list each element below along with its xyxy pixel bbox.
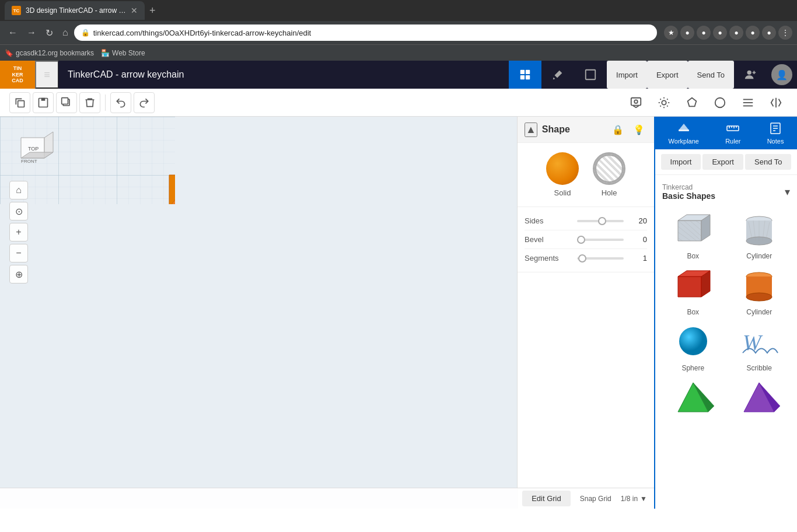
panel-import-button[interactable]: Import (661, 154, 701, 170)
shape-box-grey[interactable]: Box (662, 209, 724, 260)
tab-build[interactable] (541, 61, 574, 89)
tab-ruler[interactable]: Ruler (718, 117, 747, 149)
shape-cylinder-orange[interactable]: Cylinder (729, 265, 791, 316)
tab-notes[interactable]: Notes (760, 117, 791, 149)
hole-shape-option[interactable]: Hole (593, 152, 625, 197)
shape-scribble[interactable]: W Scribble (729, 321, 791, 372)
address-bar[interactable]: 🔒 tinkercad.com/things/0OaXHDrt6yi-tinke… (74, 24, 657, 41)
tab-3d-view[interactable] (509, 61, 541, 89)
sides-label: Sides (525, 216, 577, 225)
extension-icon-2[interactable]: ● (697, 26, 711, 40)
paste-button[interactable] (33, 92, 54, 113)
zoom-out-button[interactable]: − (9, 244, 28, 262)
shape-lock-icon[interactable]: 🔒 (610, 121, 626, 138)
back-button[interactable]: ← (5, 25, 21, 40)
redo-button[interactable] (134, 92, 155, 113)
send-to-button[interactable]: Send To (688, 61, 734, 89)
copy-button[interactable] (9, 92, 30, 113)
mirror-button[interactable] (764, 91, 788, 114)
tab-title: 3D design TinkerCAD - arrow ke... (26, 6, 126, 15)
annotation-button[interactable] (624, 91, 648, 114)
active-tab[interactable]: TC 3D design TinkerCAD - arrow ke... ✕ (5, 1, 145, 20)
snap-grid-control[interactable]: 1/8 in ▼ (621, 495, 647, 503)
shape-pyramid-green[interactable] (662, 377, 724, 420)
segments-slider-thumb[interactable] (578, 254, 586, 262)
svg-rect-2 (520, 75, 525, 79)
tab-close-button[interactable]: ✕ (131, 6, 138, 15)
forward-button[interactable]: → (23, 25, 40, 40)
tab-person-add[interactable] (734, 61, 767, 89)
export-button[interactable]: Export (647, 61, 688, 89)
zoom-in-button[interactable]: + (9, 223, 28, 242)
align-icon (742, 96, 754, 109)
notes-icon (768, 121, 782, 135)
extension-icon-4[interactable]: ● (729, 26, 743, 40)
circle-outline-icon (714, 96, 726, 109)
edit-grid-button[interactable]: Edit Grid (522, 491, 571, 506)
extension-icon-5[interactable]: ● (746, 26, 760, 40)
bookmark-1-icon: 🔖 (5, 49, 13, 57)
ruler-tab-label: Ruler (725, 138, 740, 145)
extension-icon-1[interactable]: ● (680, 26, 694, 40)
shape-box-red[interactable]: Box (662, 265, 724, 316)
tinkercad-logo[interactable]: TINKERCAD (0, 61, 35, 89)
undo-button[interactable] (110, 92, 131, 113)
new-tab-button[interactable]: + (149, 5, 156, 17)
panel-export-button[interactable]: Export (702, 154, 743, 170)
tab-workplane[interactable]: Workplane (662, 117, 706, 149)
svg-text:W: W (743, 330, 763, 355)
view-cube-svg: TOP FRONT (9, 126, 56, 173)
tab-box[interactable] (574, 61, 607, 89)
align-button[interactable] (736, 91, 760, 114)
solid-shape-option[interactable]: Solid (546, 152, 579, 197)
shape-sphere-blue-label: Sphere (681, 364, 704, 372)
fit-view-button[interactable]: ⊙ (9, 202, 28, 220)
bookmark-2[interactable]: 🏪 Web Store (101, 49, 145, 57)
svg-point-14 (715, 97, 725, 107)
menu-button[interactable]: ⋮ (778, 26, 792, 40)
logo-text: TINKERCAD (12, 65, 23, 84)
sides-slider-thumb[interactable] (598, 217, 606, 225)
toolbar-separator (105, 94, 106, 111)
shape-sphere-blue[interactable]: Sphere (662, 321, 724, 372)
panel-send-to-button[interactable]: Send To (745, 154, 791, 170)
sides-slider[interactable] (577, 220, 630, 222)
bookmarks-bar: 🔖 gcasdk12.org bookmarks 🏪 Web Store (0, 44, 797, 61)
user-avatar[interactable]: 👤 (771, 64, 792, 85)
shape-outline-button[interactable] (680, 91, 704, 114)
bevel-slider[interactable] (577, 239, 630, 241)
box-icon (584, 68, 597, 81)
hole-circle (593, 152, 625, 185)
category-name: Basic Shapes (662, 191, 715, 201)
category-dropdown-button[interactable]: ▾ (785, 186, 790, 198)
perspective-button[interactable]: ⊕ (9, 265, 28, 284)
bevel-slider-thumb[interactable] (577, 236, 585, 244)
reload-button[interactable]: ↻ (42, 25, 57, 41)
hole-label: Hole (602, 188, 617, 197)
delete-button[interactable] (79, 92, 100, 113)
import-button[interactable]: Import (607, 61, 647, 89)
home-view-button[interactable]: ⌂ (9, 181, 28, 200)
category-meta: Tinkercad Basic Shapes (662, 183, 715, 201)
segments-slider[interactable] (577, 257, 630, 260)
header-right: Import Export Send To 👤 (509, 61, 797, 89)
view-cube[interactable]: TOP FRONT (9, 126, 56, 173)
extension-icon-3[interactable]: ● (713, 26, 727, 40)
duplicate-button[interactable] (56, 92, 77, 113)
shape-light-icon[interactable]: 💡 (631, 121, 647, 138)
hamburger-menu-button[interactable]: ≡ (35, 61, 58, 89)
canvas-area[interactable]: % % TOP FRONT ⌂ ⊙ + − ⊕ (0, 117, 654, 509)
sides-slider-track (577, 220, 624, 222)
extension-icon-6[interactable]: ● (762, 26, 776, 40)
shape-cylinder-grey[interactable]: Cylinder (729, 209, 791, 260)
light-button[interactable] (652, 91, 676, 114)
bookmark-1[interactable]: 🔖 gcasdk12.org bookmarks (5, 49, 94, 57)
home-button[interactable]: ⌂ (59, 25, 72, 40)
nav-bar: ← → ↻ ⌂ 🔒 tinkercad.com/things/0OaXHDrt6… (0, 21, 797, 44)
shape-pyramid-purple[interactable] (729, 377, 791, 420)
shape-panel-collapse-button[interactable]: ▲ (525, 123, 537, 137)
tinkercad-app: TINKERCAD ≡ TinkerCAD - arrow keychain (0, 61, 797, 509)
snap-grid-dropdown-icon[interactable]: ▼ (640, 495, 647, 503)
profile-icon[interactable]: ★ (664, 26, 678, 40)
circle-outline-button[interactable] (708, 91, 732, 114)
